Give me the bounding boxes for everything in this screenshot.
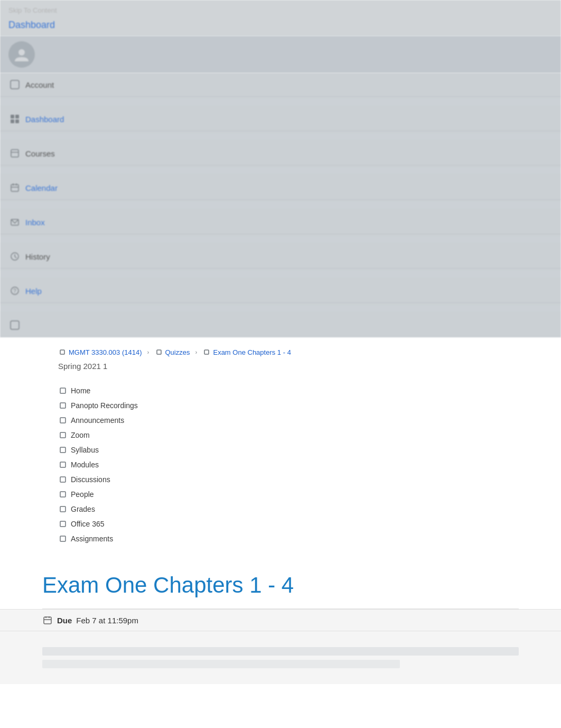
- nav-item-inbox[interactable]: Inbox: [0, 210, 561, 234]
- svg-rect-16: [11, 321, 19, 329]
- top-dashboard-link[interactable]: Dashboard: [0, 16, 561, 36]
- svg-rect-25: [60, 462, 66, 467]
- history-icon: [8, 250, 21, 263]
- svg-point-0: [18, 49, 25, 56]
- breadcrumb-current: Exam One Chapters 1 - 4: [213, 348, 291, 356]
- breadcrumb-icon-2: [155, 348, 163, 356]
- course-nav-zoom[interactable]: Zoom: [58, 428, 561, 443]
- nav-item-dashboard[interactable]: Dashboard: [0, 107, 561, 131]
- breadcrumb-icon-3: [202, 348, 211, 356]
- breadcrumb-quizzes-link[interactable]: Quizzes: [165, 348, 190, 356]
- svg-rect-31: [44, 617, 51, 624]
- nav-item-help[interactable]: ? Help: [0, 279, 561, 303]
- bottom-content-area: [0, 631, 561, 684]
- grades-nav-label[interactable]: Grades: [71, 505, 95, 513]
- due-date-value: Feb 7 at 11:59pm: [76, 616, 138, 625]
- svg-rect-6: [11, 150, 18, 157]
- svg-rect-1: [11, 80, 19, 89]
- announcements-nav-label[interactable]: Announcements: [71, 416, 124, 425]
- assignments-nav-icon: [58, 534, 68, 543]
- nav-help-label: Help: [25, 287, 42, 296]
- people-nav-icon: [58, 490, 68, 499]
- svg-rect-5: [15, 119, 19, 123]
- panopto-nav-label[interactable]: Panopto Recordings: [71, 401, 138, 410]
- office365-nav-label[interactable]: Office 365: [71, 520, 105, 528]
- discussions-nav-label[interactable]: Discussions: [71, 475, 110, 484]
- zoom-nav-icon: [58, 430, 68, 440]
- course-nav-home[interactable]: Home: [58, 383, 561, 398]
- nav-item-calendar[interactable]: Calendar: [0, 176, 561, 200]
- nav-item-history[interactable]: History: [0, 245, 561, 269]
- home-nav-icon: [58, 386, 68, 395]
- modules-nav-icon: [58, 460, 68, 469]
- nav-item-account[interactable]: Account: [0, 73, 561, 97]
- course-nav-modules[interactable]: Modules: [58, 457, 561, 472]
- course-navigation: Home Panopto Recordings Announcements Zo…: [0, 378, 561, 557]
- content-bar-1: [42, 647, 519, 656]
- due-row: Due Feb 7 at 11:59pm: [42, 615, 519, 625]
- svg-rect-3: [15, 115, 19, 118]
- due-date-icon: [42, 615, 53, 625]
- svg-rect-29: [60, 521, 66, 527]
- nav-calendar-label: Calendar: [25, 183, 58, 192]
- svg-rect-2: [11, 115, 14, 118]
- assignments-nav-label[interactable]: Assignments: [71, 535, 113, 543]
- people-nav-label[interactable]: People: [71, 490, 94, 499]
- breadcrumb-separator-2: ›: [192, 348, 200, 356]
- profile-row: [0, 36, 561, 73]
- course-nav-grades[interactable]: Grades: [58, 502, 561, 517]
- svg-rect-23: [60, 432, 66, 438]
- syllabus-nav-label[interactable]: Syllabus: [71, 446, 99, 454]
- svg-rect-21: [60, 403, 66, 408]
- courses-icon: [8, 147, 21, 160]
- nav-dashboard-label: Dashboard: [25, 115, 64, 124]
- breadcrumb: MGMT 3330.003 (1414) › Quizzes › Exam On…: [58, 348, 561, 356]
- nav-courses-label: Courses: [25, 149, 55, 158]
- extra-icon: [8, 319, 21, 331]
- svg-rect-20: [60, 388, 66, 393]
- announcements-nav-icon: [58, 416, 68, 425]
- nav-inbox-label: Inbox: [25, 218, 45, 227]
- course-subtitle: Spring 2021 1: [58, 358, 561, 373]
- svg-rect-26: [60, 477, 66, 482]
- calendar-icon: [8, 181, 21, 194]
- syllabus-nav-icon: [58, 445, 68, 455]
- office365-nav-icon: [58, 519, 68, 529]
- svg-rect-27: [60, 492, 66, 497]
- page-title: Exam One Chapters 1 - 4: [0, 557, 561, 609]
- svg-rect-4: [11, 119, 14, 123]
- course-nav-people[interactable]: People: [58, 487, 561, 502]
- nav-item-courses[interactable]: Courses: [0, 142, 561, 165]
- breadcrumb-icon-1: [58, 348, 67, 356]
- svg-rect-30: [60, 536, 66, 541]
- avatar: [8, 41, 35, 68]
- help-icon: ?: [8, 284, 21, 297]
- svg-rect-18: [157, 350, 161, 354]
- global-nav: Account Dashboard Courses: [0, 73, 561, 337]
- course-nav-syllabus[interactable]: Syllabus: [58, 443, 561, 457]
- svg-rect-22: [60, 418, 66, 423]
- nav-account-label: Account: [25, 80, 54, 89]
- modules-nav-label[interactable]: Modules: [71, 460, 99, 469]
- course-nav-assignments[interactable]: Assignments: [58, 531, 561, 546]
- course-nav-discussions[interactable]: Discussions: [58, 472, 561, 487]
- dashboard-icon: [8, 113, 21, 125]
- course-nav-announcements[interactable]: Announcements: [58, 413, 561, 428]
- discussions-nav-icon: [58, 475, 68, 484]
- svg-rect-17: [60, 350, 64, 354]
- svg-rect-28: [60, 506, 66, 512]
- breadcrumb-course-link[interactable]: MGMT 3330.003 (1414): [69, 348, 142, 356]
- due-label: Due: [57, 616, 72, 625]
- svg-rect-8: [11, 185, 18, 191]
- course-nav-panopto[interactable]: Panopto Recordings: [58, 398, 561, 413]
- course-nav-office365[interactable]: Office 365: [58, 517, 561, 531]
- svg-text:?: ?: [13, 288, 16, 294]
- due-section: Due Feb 7 at 11:59pm: [0, 609, 561, 631]
- home-nav-label[interactable]: Home: [71, 386, 90, 395]
- panopto-nav-icon: [58, 401, 68, 410]
- content-bar-2: [42, 660, 400, 668]
- svg-rect-24: [60, 447, 66, 453]
- inbox-icon: [8, 216, 21, 228]
- zoom-nav-label[interactable]: Zoom: [71, 431, 90, 439]
- skip-to-content[interactable]: Skip To Content: [0, 4, 561, 16]
